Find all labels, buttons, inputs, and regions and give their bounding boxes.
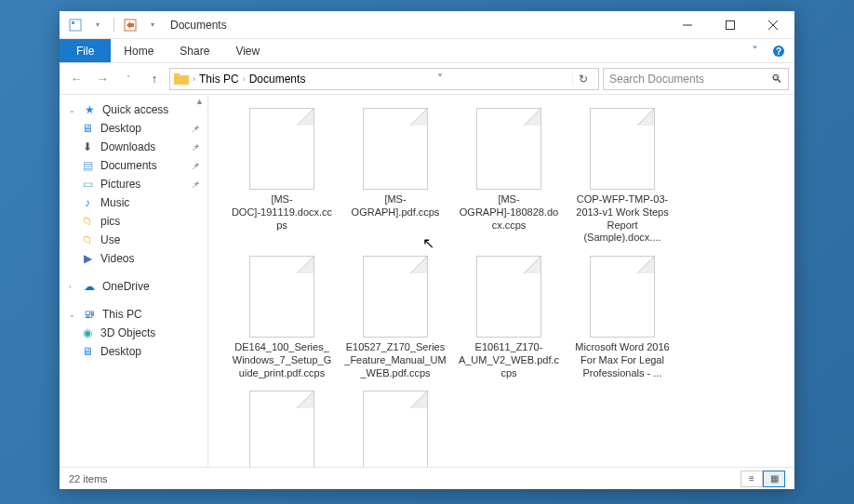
- file-item[interactable]: E10527_Z170_Series_Feature_Manual_UM_WEB…: [340, 252, 450, 383]
- chevron-down-icon[interactable]: ⌄: [69, 106, 76, 114]
- search-icon[interactable]: 🔍︎: [771, 73, 782, 86]
- nav-label: Music: [100, 196, 129, 209]
- nav-pictures[interactable]: ▭Pictures📌︎: [60, 175, 207, 193]
- nav-videos[interactable]: ▶Videos: [60, 249, 207, 268]
- back-button[interactable]: ←: [65, 68, 87, 90]
- file-item[interactable]: Microsoft Word 2016 For Max For Legal Pr…: [567, 252, 677, 383]
- status-bar: 22 items ≡ ▦: [60, 467, 794, 489]
- nav-documents[interactable]: ▤Documents📌︎: [60, 156, 207, 175]
- file-icon: [363, 256, 428, 338]
- explorer-body: ▲ ⌄ ★ Quick access 🖥︎Desktop📌︎ ⬇Download…: [60, 95, 794, 467]
- breadcrumb-sep-icon[interactable]: ›: [243, 74, 246, 84]
- qat-dropdown2-icon[interactable]: ▾: [142, 15, 163, 35]
- file-item[interactable]: MOAC_Word_2016_Core.pdf.ccps: [340, 387, 450, 467]
- file-item[interactable]: COP-WFP-TMP-03-2013-v1 Work Steps Report…: [567, 104, 677, 248]
- file-item[interactable]: [MS-DOC]-191119.docx.ccps: [227, 104, 337, 248]
- nav-label: Videos: [100, 252, 134, 265]
- details-view-button[interactable]: ≡: [741, 471, 763, 487]
- file-icon: [476, 256, 541, 338]
- pin-icon: 📌︎: [191, 161, 200, 171]
- nav-label: Desktop: [100, 345, 141, 358]
- nav-desktop-pc[interactable]: 🖥︎Desktop: [60, 342, 207, 361]
- videos-icon: ▶: [80, 251, 95, 266]
- nav-music[interactable]: ♪Music: [60, 193, 207, 212]
- nav-downloads[interactable]: ⬇Downloads📌︎: [60, 138, 207, 156]
- qat-dropdown-icon[interactable]: ▾: [87, 15, 108, 35]
- folder-icon: [174, 72, 189, 86]
- nav-quick-access[interactable]: ⌄ ★ Quick access: [60, 100, 207, 119]
- file-item[interactable]: DE164_100_Series_Windows_7_Setup_Guide_p…: [227, 252, 337, 383]
- qat-properties-icon[interactable]: [65, 15, 86, 35]
- file-item[interactable]: MNL-0875.pdf.ccps: [227, 387, 337, 467]
- window-controls: [666, 11, 794, 39]
- file-grid: [MS-DOC]-191119.docx.ccps [MS-OGRAPH].pd…: [227, 104, 785, 467]
- file-name: Microsoft Word 2016 For Max For Legal Pr…: [571, 341, 674, 379]
- maximize-button[interactable]: [709, 11, 752, 39]
- chevron-down-icon[interactable]: ⌄: [69, 311, 76, 319]
- address-dropdown-icon[interactable]: ˅: [429, 73, 451, 86]
- file-item[interactable]: [MS-OGRAPH].pdf.ccps: [340, 104, 450, 248]
- address-bar[interactable]: › This PC › Documents ˅ ↻: [169, 68, 599, 90]
- file-icon: [363, 108, 428, 190]
- breadcrumb-sep-icon[interactable]: ›: [193, 74, 195, 84]
- file-item[interactable]: [MS-OGRAPH]-180828.docx.ccps: [454, 104, 564, 248]
- desktop-icon: 🖥︎: [80, 344, 95, 359]
- nav-pics[interactable]: 📁︎pics: [60, 212, 207, 231]
- svg-text:?: ?: [776, 46, 781, 57]
- search-placeholder: Search Documents: [609, 73, 704, 86]
- svg-rect-0: [70, 20, 81, 31]
- forward-button[interactable]: →: [91, 68, 113, 90]
- nav-3d-objects[interactable]: ◉3D Objects: [60, 324, 207, 342]
- nav-label: Documents: [100, 159, 157, 172]
- nav-use[interactable]: 📁︎Use: [60, 231, 207, 249]
- svg-rect-4: [727, 20, 735, 29]
- icons-view-button[interactable]: ▦: [763, 471, 785, 487]
- ribbon-file-tab[interactable]: File: [60, 39, 111, 62]
- file-icon: [476, 108, 541, 190]
- star-icon: ★: [82, 102, 97, 117]
- desktop-icon: 🖥︎: [80, 121, 95, 136]
- nav-this-pc[interactable]: ⌄ 🖳︎ This PC: [60, 305, 207, 324]
- nav-label: This PC: [102, 308, 142, 321]
- nav-label: Desktop: [100, 122, 141, 135]
- file-icon: [590, 108, 655, 190]
- nav-label: pics: [100, 215, 120, 228]
- ribbon-expand-icon[interactable]: ˅: [746, 43, 763, 60]
- file-name: E10611_Z170-A_UM_V2_WEB.pdf.ccps: [458, 341, 560, 379]
- refresh-button[interactable]: ↻: [572, 73, 594, 86]
- file-icon: [249, 256, 314, 338]
- up-button[interactable]: ↑: [143, 68, 166, 90]
- view-mode-buttons: ≡ ▦: [741, 471, 785, 487]
- ribbon-view-tab[interactable]: View: [222, 39, 273, 62]
- navigation-pane[interactable]: ▲ ⌄ ★ Quick access 🖥︎Desktop📌︎ ⬇Download…: [60, 95, 208, 467]
- folder-icon: 📁︎: [80, 214, 95, 229]
- breadcrumb-this-pc[interactable]: This PC: [199, 73, 239, 86]
- breadcrumb-documents[interactable]: Documents: [249, 73, 306, 86]
- search-input[interactable]: Search Documents 🔍︎: [603, 68, 789, 90]
- nav-onedrive[interactable]: › ☁ OneDrive: [60, 277, 207, 296]
- file-icon: [363, 391, 428, 467]
- file-name: [MS-OGRAPH]-180828.docx.ccps: [458, 193, 560, 232]
- qat-separator: [113, 18, 114, 33]
- ribbon-home-tab[interactable]: Home: [111, 39, 167, 62]
- help-icon[interactable]: ?: [770, 43, 787, 60]
- pictures-icon: ▭: [80, 177, 95, 192]
- qat-new-folder-icon[interactable]: [120, 15, 140, 35]
- nav-label: Pictures: [100, 178, 140, 191]
- ribbon: File Home Share View ˅ ?: [60, 39, 794, 63]
- close-button[interactable]: [752, 11, 794, 39]
- recent-dropdown[interactable]: ˅: [117, 68, 140, 90]
- minimize-button[interactable]: [666, 11, 709, 39]
- nav-desktop[interactable]: 🖥︎Desktop📌︎: [60, 119, 207, 138]
- chevron-right-icon[interactable]: ›: [69, 283, 76, 291]
- file-name: [MS-OGRAPH].pdf.ccps: [344, 193, 447, 219]
- ribbon-share-tab[interactable]: Share: [167, 39, 222, 62]
- nav-label: Use: [100, 233, 120, 246]
- file-content-area[interactable]: [MS-DOC]-191119.docx.ccps [MS-OGRAPH].pd…: [208, 95, 794, 467]
- cloud-icon: ☁: [82, 279, 97, 294]
- titlebar: ▾ ▾ Documents: [60, 11, 794, 39]
- file-name: COP-WFP-TMP-03-2013-v1 Work Steps Report…: [571, 193, 674, 245]
- file-item[interactable]: E10611_Z170-A_UM_V2_WEB.pdf.ccps: [454, 252, 564, 383]
- nav-label: Quick access: [102, 103, 168, 116]
- scroll-up-icon[interactable]: ▲: [195, 97, 204, 106]
